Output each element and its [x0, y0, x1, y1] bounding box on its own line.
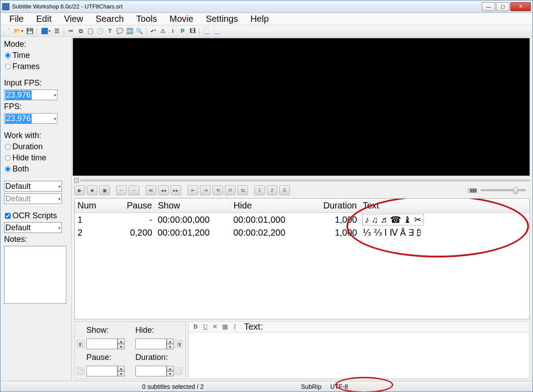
mark-in-icon[interactable]: ⇥: [200, 185, 211, 195]
seek-thumb[interactable]: [74, 178, 79, 183]
italic-icon[interactable]: I: [231, 323, 239, 331]
col-hide[interactable]: Hide: [231, 199, 315, 213]
doc1-icon[interactable]: 📃: [202, 27, 211, 36]
mark-b-icon[interactable]: ⟳: [225, 185, 236, 195]
separator: [37, 27, 37, 35]
fps-label: FPS:: [4, 102, 68, 111]
bold-icon[interactable]: B: [191, 323, 199, 331]
mark-c-icon[interactable]: ⇆: [237, 185, 248, 195]
duration-input[interactable]: ▲▼: [135, 366, 174, 376]
separator: [64, 27, 64, 35]
pascal-icon[interactable]: P: [178, 27, 187, 36]
charset-combo-2[interactable]: Default▾: [4, 193, 62, 204]
back-icon[interactable]: ◂◂: [158, 185, 169, 195]
underline-icon[interactable]: U: [201, 323, 209, 331]
status-encoding: UTF-8: [326, 383, 353, 390]
hide-input[interactable]: ▲▼: [135, 339, 174, 349]
menu-edit[interactable]: Edit: [30, 13, 57, 25]
menu-view[interactable]: View: [58, 13, 90, 25]
grid-header-row: Num Pause Show Hide Duration Text: [75, 199, 529, 213]
pause-clock-icon[interactable]: 🕑: [77, 367, 85, 375]
info-icon[interactable]: i: [168, 27, 177, 36]
sync-2-icon[interactable]: 2: [267, 185, 277, 195]
video-icon[interactable]: 🎞: [188, 27, 197, 36]
prev-icon[interactable]: ←: [116, 185, 127, 195]
notes-textarea[interactable]: [4, 246, 66, 304]
stop-icon[interactable]: ■: [87, 185, 98, 195]
ocr-scripts-check[interactable]: OCR Scripts: [5, 211, 68, 220]
mode-time-radio[interactable]: Time: [5, 51, 68, 60]
pause-label: Pause:: [86, 353, 125, 362]
open-file-icon[interactable]: 📂▾: [12, 27, 24, 36]
statusbar: 0 subtitles selected / 2 SubRip UTF-8: [0, 381, 533, 392]
rewind-icon[interactable]: ≪: [146, 185, 156, 195]
close-button[interactable]: ✕: [510, 2, 531, 11]
col-show[interactable]: Show: [155, 199, 231, 213]
warning-icon[interactable]: ⚠: [159, 27, 167, 36]
work-both-radio[interactable]: Both: [5, 164, 68, 174]
paste-icon[interactable]: 📋: [86, 27, 95, 36]
seek-track[interactable]: [81, 180, 530, 181]
work-hide-radio[interactable]: Hide time: [5, 153, 68, 163]
volume-slider[interactable]: [481, 189, 525, 191]
ocr-combo[interactable]: Default▾: [4, 222, 62, 233]
minimize-button[interactable]: —: [482, 2, 495, 11]
menu-help[interactable]: Help: [244, 13, 275, 25]
show-input[interactable]: ▲▼: [86, 339, 125, 349]
text-icon[interactable]: T: [106, 27, 114, 36]
list-icon[interactable]: ☰: [53, 27, 61, 36]
save-as-icon[interactable]: 🟦▾: [39, 27, 52, 36]
new-file-icon[interactable]: 📄: [2, 27, 11, 36]
save-icon[interactable]: 💾: [25, 27, 34, 36]
mark-start-icon[interactable]: ⇤: [187, 185, 198, 195]
pause-input[interactable]: ▲▼: [86, 366, 125, 376]
copy-icon[interactable]: ⧉: [76, 27, 85, 36]
maximize-button[interactable]: ▢: [496, 2, 509, 11]
dialog-icon[interactable]: 💬: [115, 27, 124, 36]
cut-icon[interactable]: ✂: [66, 27, 75, 36]
show-snap-icon[interactable]: ◧: [77, 340, 85, 348]
charset-combo-1[interactable]: Default▾: [4, 181, 62, 192]
menu-movie[interactable]: Movie: [163, 13, 199, 25]
table-row[interactable]: 2 0,200 00:00:01,200 00:00:02,200 1,000 …: [75, 226, 529, 239]
translate-icon[interactable]: 🔤: [125, 27, 134, 36]
mark-a-icon[interactable]: ⟲: [212, 185, 223, 195]
col-pause[interactable]: Pause: [106, 199, 155, 213]
toggle-icon[interactable]: ▣: [99, 185, 110, 195]
sync-1-icon[interactable]: 1: [254, 185, 265, 195]
color-icon[interactable]: ▦: [221, 323, 229, 331]
video-preview[interactable]: [73, 38, 530, 176]
col-num[interactable]: Num: [75, 199, 106, 213]
col-text[interactable]: Text: [360, 199, 529, 213]
menu-settings[interactable]: Settings: [199, 13, 244, 25]
clear-fmt-icon[interactable]: ✕: [211, 323, 219, 331]
menu-search[interactable]: Search: [90, 13, 130, 25]
seek-bar[interactable]: [74, 178, 530, 183]
menu-file[interactable]: File: [3, 13, 30, 25]
hide-snap-icon[interactable]: ◨: [175, 340, 183, 348]
time-icon[interactable]: 🕑: [96, 27, 105, 36]
mode-label: Mode:: [4, 40, 68, 49]
input-fps-combo[interactable]: 23,976▾: [4, 90, 57, 100]
play-icon[interactable]: ▶: [74, 185, 85, 195]
menu-tools[interactable]: Tools: [130, 13, 163, 25]
app-icon: [2, 3, 9, 10]
duration-clock-icon[interactable]: 🕑: [175, 367, 183, 375]
col-duration[interactable]: Duration: [315, 199, 360, 213]
search-icon[interactable]: 🔍: [135, 27, 144, 36]
work-duration-radio[interactable]: Duration: [5, 142, 68, 151]
mode-frames-radio[interactable]: Frames: [5, 62, 68, 71]
doc2-icon[interactable]: 📃: [212, 27, 220, 36]
work-with-label: Work with:: [4, 131, 68, 140]
fps-combo[interactable]: 23,976▾: [4, 113, 57, 124]
right-panel: ▶ ■ ▣ ← → ≪ ◂◂ ▸▸ ⇤ ⇥ ⟲ ⟳ ⇆ 1 2 S ▯▮▮▮: [72, 37, 533, 381]
spellcheck-icon[interactable]: ✔ᴬ: [149, 27, 158, 36]
volume-knob[interactable]: [513, 188, 518, 194]
next-icon[interactable]: →: [129, 185, 139, 195]
table-row[interactable]: 1 - 00:00:00,000 00:00:01,000 1,000 ♪ ♫ …: [75, 213, 529, 227]
subtitle-grid[interactable]: Num Pause Show Hide Duration Text 1 - 00…: [74, 198, 530, 319]
window-title: Subtitle Workshop 6.0c/22 - UTF8Chars.sr…: [12, 3, 482, 10]
forward-icon[interactable]: ▸▸: [171, 185, 181, 195]
sync-s-icon[interactable]: S: [279, 185, 290, 195]
subtitle-text-input[interactable]: [190, 333, 529, 378]
